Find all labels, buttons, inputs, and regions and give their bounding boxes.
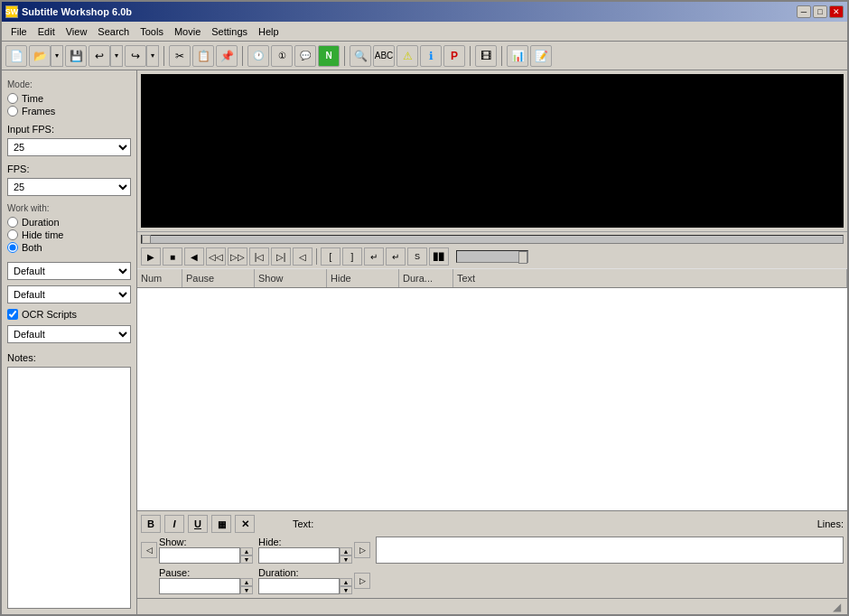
prev-subtitle[interactable]: |◁ — [249, 247, 269, 266]
input-fps-select[interactable]: 25 23.976 24 29.97 30 — [7, 138, 131, 156]
open-button[interactable]: 📂 — [29, 45, 51, 67]
table-button[interactable]: ▦ — [211, 515, 231, 533]
redo-button[interactable]: ↪ — [125, 45, 146, 67]
spectrum-btn[interactable]: ▊▉ — [429, 247, 449, 266]
show-nav-left[interactable]: ◁ — [141, 542, 157, 558]
menu-view[interactable]: View — [61, 24, 93, 39]
rewind-button[interactable]: ◁◁ — [206, 247, 226, 266]
menu-edit[interactable]: Edit — [33, 24, 61, 39]
fps-select[interactable]: 25 23.976 24 29.97 30 — [7, 178, 131, 196]
forward-button[interactable]: ▷▷ — [228, 247, 247, 266]
redo-dropdown[interactable]: ▾ — [146, 45, 159, 67]
work-with-label: Work with: — [7, 203, 131, 213]
notes-area[interactable] — [7, 367, 131, 609]
mode-time-label: Time — [22, 93, 43, 104]
play-button[interactable]: ▶ — [141, 247, 161, 266]
menu-settings[interactable]: Settings — [206, 24, 253, 39]
open-dropdown[interactable]: ▾ — [51, 45, 63, 67]
list-body[interactable] — [137, 288, 847, 510]
subtitle-list: Num Pause Show Hide Dura... Text — [137, 268, 847, 510]
spell-button[interactable]: 🕐 — [247, 45, 269, 67]
search-button[interactable]: 🔍 — [350, 45, 371, 67]
next-subtitle[interactable]: ▷| — [271, 247, 291, 266]
spell2-button[interactable]: ABC — [373, 45, 395, 67]
info-button[interactable]: ℹ — [420, 45, 442, 67]
mark-in[interactable]: [ — [321, 247, 341, 266]
pause-spin-up[interactable]: ▲ — [240, 578, 253, 586]
work-both-radio[interactable] — [7, 242, 18, 253]
dropdown2-select[interactable]: Default — [7, 285, 131, 303]
comment-button[interactable]: 💬 — [294, 45, 316, 67]
waveform-button[interactable]: 📊 — [507, 45, 528, 67]
video-area — [141, 74, 844, 228]
pause-spin-down[interactable]: ▼ — [240, 586, 253, 594]
warning-button[interactable]: ⚠ — [397, 45, 418, 67]
volume-slider[interactable] — [456, 250, 528, 263]
export-button[interactable]: P — [443, 45, 465, 67]
translate-button[interactable]: N — [318, 45, 340, 67]
mode-frames-radio[interactable] — [7, 106, 18, 117]
toolbar: 📄 📂 ▾ 💾 ↩ ▾ ↪ ▾ ✂ 📋 📌 🕐 ① 💬 N 🔍 ABC ⚠ ℹ … — [2, 42, 847, 70]
menu-movie[interactable]: Movie — [169, 24, 206, 39]
dropdown1-select[interactable]: Default — [7, 262, 131, 280]
work-hide-radio[interactable] — [7, 229, 18, 240]
prev-button[interactable]: ◀ — [184, 247, 204, 266]
close-button[interactable]: ✕ — [829, 5, 844, 18]
hide-nav-right[interactable]: ▷ — [354, 542, 370, 558]
step-back[interactable]: ◁ — [293, 247, 313, 266]
duration-spin-up[interactable]: ▲ — [340, 578, 352, 586]
pause-input[interactable] — [159, 578, 240, 594]
hide-input[interactable] — [258, 547, 340, 564]
ocr-scripts-checkbox[interactable] — [7, 309, 18, 320]
text-input[interactable] — [376, 537, 844, 564]
film-button[interactable]: 🎞 — [475, 45, 497, 67]
jump-out[interactable]: ↵ — [386, 247, 406, 266]
show-spin-down[interactable]: ▼ — [240, 555, 253, 564]
waveform-btn[interactable]: S — [407, 247, 427, 266]
duration-input[interactable] — [258, 578, 340, 594]
menu-search[interactable]: Search — [92, 24, 135, 39]
menu-file[interactable]: File — [5, 24, 33, 39]
show-input[interactable] — [159, 547, 240, 564]
col-pause: Pause — [182, 269, 255, 287]
mode-frames-label: Frames — [22, 106, 55, 117]
right-panel: ▶ ■ ◀ ◁◁ ▷▷ |◁ ▷| ◁ [ ] ↵ ↵ S ▊▉ — [137, 70, 847, 614]
toolbar-sep3 — [344, 46, 345, 66]
jump-in[interactable]: ↵ — [364, 247, 384, 266]
close-format-button[interactable]: ✕ — [235, 515, 255, 533]
menu-help[interactable]: Help — [253, 24, 285, 39]
italic-button[interactable]: I — [164, 515, 184, 533]
dropdown3-select[interactable]: Default — [7, 325, 131, 343]
duration-nav-right[interactable]: ▷ — [354, 573, 370, 589]
menu-bar: File Edit View Search Tools Movie Settin… — [2, 22, 847, 42]
mark-out[interactable]: ] — [342, 247, 362, 266]
work-duration-radio[interactable] — [7, 217, 18, 228]
underline-button[interactable]: U — [188, 515, 208, 533]
stop-button[interactable]: ■ — [163, 247, 182, 266]
resize-grip[interactable]: ◢ — [829, 600, 844, 614]
bold-button[interactable]: B — [141, 515, 161, 533]
copy-button[interactable]: 📋 — [192, 45, 214, 67]
undo-dropdown[interactable]: ▾ — [110, 45, 123, 67]
fps-label: FPS: — [7, 163, 131, 174]
numbering-button[interactable]: ① — [271, 45, 293, 67]
progress-thumb[interactable] — [142, 235, 151, 244]
progress-bar[interactable] — [141, 235, 844, 244]
menu-tools[interactable]: Tools — [135, 24, 169, 39]
cut-button[interactable]: ✂ — [169, 45, 191, 67]
minimize-button[interactable]: ─ — [797, 5, 811, 18]
undo-button[interactable]: ↩ — [89, 45, 110, 67]
paste-button[interactable]: 📌 — [216, 45, 238, 67]
duration-spin-down[interactable]: ▼ — [340, 586, 352, 594]
input-fps-label: Input FPS: — [7, 124, 131, 135]
script-button[interactable]: 📝 — [530, 45, 552, 67]
title-bar: SW Subtitle Workshop 6.0b ─ □ ✕ — [2, 2, 847, 22]
hide-spin-down[interactable]: ▼ — [340, 555, 352, 564]
save-button[interactable]: 💾 — [65, 45, 87, 67]
toolbar-sep4 — [470, 46, 471, 66]
hide-spin-up[interactable]: ▲ — [340, 547, 352, 555]
show-spin-up[interactable]: ▲ — [240, 547, 253, 555]
mode-time-radio[interactable] — [7, 93, 18, 104]
maximize-button[interactable]: □ — [813, 5, 827, 18]
new-button[interactable]: 📄 — [5, 45, 27, 67]
